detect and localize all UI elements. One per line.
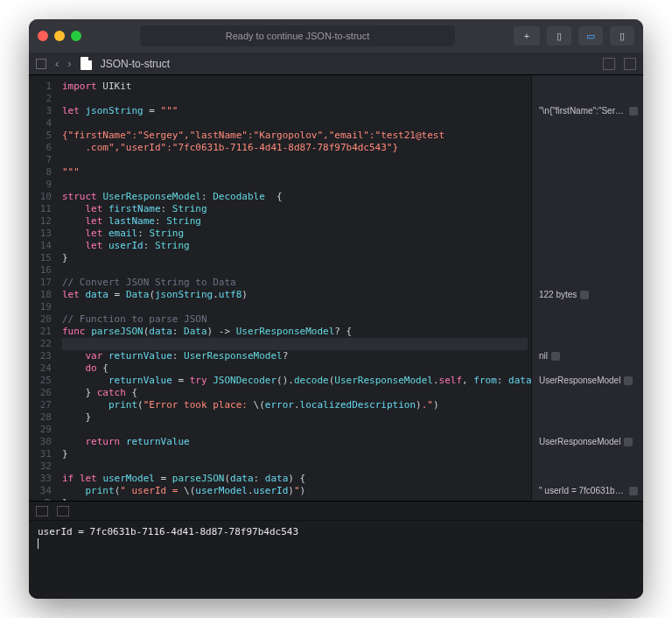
- code-line[interactable]: }: [62, 411, 528, 424]
- quick-look-icon[interactable]: [629, 107, 638, 116]
- result-row[interactable]: 122 bytes: [539, 289, 638, 301]
- line-number[interactable]: 21: [29, 326, 52, 338]
- result-row[interactable]: UserResponseModel: [539, 375, 638, 387]
- close-window-button[interactable]: [38, 31, 48, 41]
- code-line[interactable]: returnValue = try JSONDecoder().decode(U…: [62, 375, 528, 387]
- line-number[interactable]: 31: [29, 448, 52, 460]
- code-line[interactable]: }: [62, 252, 528, 264]
- code-line[interactable]: [62, 179, 528, 191]
- code-line[interactable]: let data = Data(jsonString.utf8): [62, 289, 528, 301]
- quick-look-icon[interactable]: [580, 291, 589, 299]
- code-line[interactable]: // Function to parse JSON: [62, 313, 528, 326]
- back-button[interactable]: ‹: [55, 57, 59, 70]
- code-line[interactable]: // Convert JSON String to Data: [62, 277, 528, 289]
- line-number[interactable]: 18: [29, 289, 52, 301]
- results-sidebar[interactable]: "\n{"firstName":"Serg…122 bytesnilUserRe…: [531, 75, 643, 501]
- code-line[interactable]: [62, 460, 528, 473]
- quick-look-icon[interactable]: [624, 376, 633, 385]
- code-line[interactable]: import UIKit: [62, 81, 528, 93]
- line-number[interactable]: 10: [29, 191, 52, 203]
- result-row[interactable]: "\n{"firstName":"Serg…: [539, 105, 638, 117]
- line-number[interactable]: 3: [29, 105, 52, 117]
- result-row[interactable]: nil: [539, 350, 638, 362]
- code-line[interactable]: do {: [62, 362, 528, 375]
- line-number[interactable]: 20: [29, 313, 52, 326]
- code-line[interactable]: [62, 338, 528, 350]
- result-row[interactable]: " userId = 7fc0631b-…: [539, 485, 638, 497]
- code-line[interactable]: } catch {: [62, 387, 528, 399]
- quick-look-icon[interactable]: [629, 487, 638, 495]
- zoom-window-button[interactable]: [71, 31, 81, 41]
- line-number[interactable]: 4: [29, 117, 52, 130]
- line-number[interactable]: 1: [29, 81, 52, 93]
- code-line[interactable]: """: [62, 166, 528, 179]
- quick-look-icon[interactable]: [551, 352, 560, 361]
- variables-view-icon[interactable]: [36, 506, 48, 516]
- inspector-pane-button[interactable]: ▯: [610, 26, 634, 46]
- line-number[interactable]: 9: [29, 179, 52, 191]
- line-number[interactable]: 30: [29, 436, 52, 448]
- line-number[interactable]: 32: [29, 460, 52, 473]
- line-number[interactable]: 12: [29, 215, 52, 228]
- code-line[interactable]: func parseJSON(data: Data) -> UserRespon…: [62, 326, 528, 338]
- line-number[interactable]: 6: [29, 142, 52, 154]
- execute-playground-button[interactable]: [43, 499, 52, 501]
- line-number[interactable]: 7: [29, 154, 52, 166]
- line-number[interactable]: 8: [29, 166, 52, 179]
- code-line[interactable]: {"firstName":"Sergey","lastName":"Kargop…: [62, 130, 528, 142]
- code-line[interactable]: return returnValue: [62, 436, 528, 448]
- line-number[interactable]: 2: [29, 93, 52, 105]
- code-line[interactable]: [62, 264, 528, 277]
- line-number[interactable]: 34: [29, 485, 52, 497]
- add-editor-button[interactable]: +: [514, 26, 540, 46]
- console-view-icon[interactable]: [57, 506, 69, 516]
- console-output[interactable]: userId = 7fc0631b-7116-4d41-8d87-78f97b4…: [29, 521, 643, 599]
- code-line[interactable]: [62, 424, 528, 436]
- line-number[interactable]: 19: [29, 301, 52, 313]
- line-number[interactable]: 14: [29, 240, 52, 252]
- debug-pane-button[interactable]: ▭: [578, 26, 603, 46]
- line-number[interactable]: 16: [29, 264, 52, 277]
- code-line[interactable]: [62, 301, 528, 313]
- code-line[interactable]: [62, 93, 528, 105]
- code-line[interactable]: print("Error took place: \(error.localiz…: [62, 399, 528, 411]
- minimize-window-button[interactable]: [54, 31, 65, 41]
- code-line[interactable]: [62, 154, 528, 166]
- forward-button[interactable]: ›: [67, 57, 71, 70]
- line-number[interactable]: 24: [29, 362, 52, 375]
- code-line[interactable]: let email: String: [62, 228, 528, 240]
- code-line[interactable]: .com","userId":"7fc0631b-7116-4d41-8d87-…: [62, 142, 528, 154]
- code-line[interactable]: let firstName: String: [62, 203, 528, 215]
- code-line[interactable]: let lastName: String: [62, 215, 528, 228]
- code-line[interactable]: var returnValue: UserResponseModel?: [62, 350, 528, 362]
- code-line[interactable]: if let userModel = parseJSON(data: data)…: [62, 473, 528, 485]
- code-line[interactable]: let jsonString = """: [62, 105, 528, 117]
- line-number[interactable]: 26: [29, 387, 52, 399]
- line-number[interactable]: 28: [29, 411, 52, 424]
- code-line[interactable]: print(" userId = \(userModel.userId)"): [62, 485, 528, 497]
- activity-viewer[interactable]: Ready to continue JSON-to-struct: [88, 25, 507, 46]
- line-number[interactable]: 17: [29, 277, 52, 289]
- code-line[interactable]: }: [62, 448, 528, 460]
- editor-list-icon[interactable]: [603, 58, 615, 70]
- related-items-icon[interactable]: [36, 59, 46, 69]
- code-line[interactable]: struct UserResponseModel: Decodable {: [62, 191, 528, 203]
- line-number[interactable]: 27: [29, 399, 52, 411]
- jump-bar-filename[interactable]: JSON-to-struct: [101, 58, 170, 70]
- line-number[interactable]: 5: [29, 130, 52, 142]
- navigator-pane-button[interactable]: ▯: [547, 26, 571, 46]
- line-number[interactable]: 23: [29, 350, 52, 362]
- quick-look-icon[interactable]: [624, 438, 633, 446]
- line-number[interactable]: 29: [29, 424, 52, 436]
- line-number[interactable]: 13: [29, 228, 52, 240]
- source-editor[interactable]: import UIKitlet jsonString = """{"firstN…: [57, 75, 531, 501]
- line-number-gutter[interactable]: 1234567891011121314151617181920212223242…: [29, 75, 57, 501]
- line-number[interactable]: 11: [29, 203, 52, 215]
- editor-options-icon[interactable]: [624, 58, 636, 70]
- code-line[interactable]: let userId: String: [62, 240, 528, 252]
- line-number[interactable]: 33: [29, 473, 52, 485]
- result-row[interactable]: UserResponseModel: [539, 436, 638, 448]
- code-line[interactable]: [62, 117, 528, 130]
- line-number[interactable]: 22: [29, 338, 52, 350]
- line-number[interactable]: 25: [29, 375, 52, 387]
